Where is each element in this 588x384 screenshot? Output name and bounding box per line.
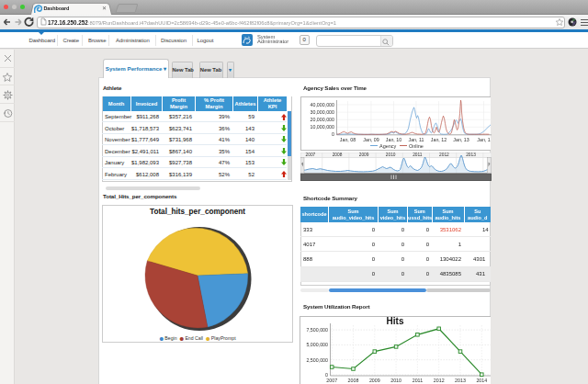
svg-text:Agency: Agency — [379, 143, 397, 149]
svg-text:10,000,000: 10,000,000 — [310, 124, 334, 130]
svg-text:Jan, 09: Jan, 09 — [363, 137, 379, 142]
svg-text:7,500,000: 7,500,000 — [306, 327, 328, 333]
svg-text:2013: 2013 — [455, 378, 466, 383]
svg-text:2,500,000: 2,500,000 — [306, 357, 328, 363]
svg-text:2014: 2014 — [476, 378, 487, 383]
svg-text:5,000,000: 5,000,000 — [306, 342, 328, 347]
svg-text:2009: 2009 — [358, 152, 368, 157]
svg-text:Jan, 11: Jan, 11 — [408, 137, 424, 142]
svg-text:Jan, 08: Jan, 08 — [339, 137, 355, 142]
svg-text:40,000,000: 40,000,000 — [310, 102, 334, 107]
svg-text:2011: 2011 — [413, 378, 423, 383]
svg-text:0: 0 — [332, 131, 334, 137]
svg-text:2008: 2008 — [332, 152, 342, 157]
svg-text:2008: 2008 — [348, 378, 359, 383]
svg-text:Online: Online — [409, 143, 424, 149]
svg-text:2013: 2013 — [466, 152, 476, 157]
svg-text:20,000,000: 20,000,000 — [310, 117, 334, 122]
svg-text:2012: 2012 — [434, 378, 445, 383]
svg-text:Jan, 13: Jan, 13 — [453, 137, 469, 142]
svg-text:2010: 2010 — [390, 378, 401, 383]
svg-text:2010: 2010 — [385, 152, 395, 157]
svg-text:2011: 2011 — [413, 152, 423, 157]
svg-text:30,000,000: 30,000,000 — [310, 109, 334, 115]
svg-text:2007: 2007 — [305, 152, 315, 157]
svg-text:Jan, 1: Jan, 1 — [477, 137, 490, 142]
svg-text:2012: 2012 — [439, 152, 449, 157]
svg-text:2009: 2009 — [369, 378, 380, 383]
svg-text:Jan, 12: Jan, 12 — [430, 137, 446, 142]
svg-text:2007: 2007 — [326, 378, 337, 383]
svg-text:Jan, 10: Jan, 10 — [385, 137, 401, 142]
